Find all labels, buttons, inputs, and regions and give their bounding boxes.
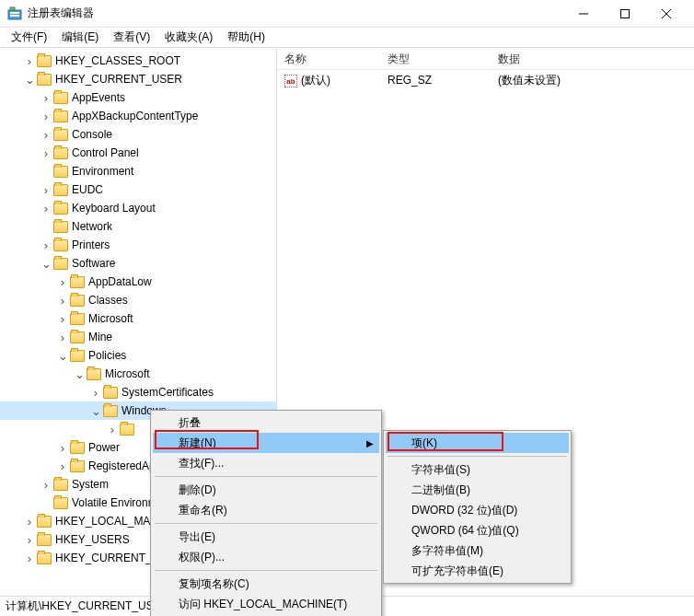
menu-view[interactable]: 查看(V) (106, 28, 157, 47)
statusbar-path: 计算机\HKEY_CURRENT_US (6, 599, 154, 614)
chevron-right-icon[interactable]: › (55, 331, 70, 343)
ctx-new[interactable]: 新建(N)▶ (153, 433, 379, 453)
folder-icon (70, 276, 85, 288)
chevron-right-icon[interactable]: › (22, 55, 37, 67)
ctx-goto-hklm[interactable]: 访问 HKEY_LOCAL_MACHINE(T) (153, 594, 379, 614)
svg-rect-5 (620, 9, 629, 17)
chevron-down-icon[interactable]: ⌄ (55, 350, 70, 362)
tree-item[interactable]: ›Microsoft (0, 309, 276, 328)
tree-item-label: Microsoft (88, 312, 133, 325)
chevron-right-icon[interactable]: › (39, 184, 53, 196)
tree-item-label: HKEY_CLASSES_ROOT (55, 54, 180, 67)
tree-item[interactable]: ›HKEY_CLASSES_ROOT (0, 52, 276, 70)
tree-item[interactable]: ›Keyboard Layout (0, 199, 276, 217)
chevron-down-icon[interactable]: ⌄ (88, 405, 103, 417)
sub-multi[interactable]: 多字符串值(M) (386, 540, 569, 561)
sub-string[interactable]: 字符串值(S) (386, 459, 569, 480)
ctx-rename[interactable]: 重命名(R) (153, 500, 379, 520)
ctx-copy-key-name[interactable]: 复制项名称(C) (153, 574, 379, 594)
chevron-right-icon[interactable]: › (55, 460, 70, 472)
tree-item[interactable]: ›AppEvents (0, 88, 276, 107)
sub-key[interactable]: 项(K) (386, 433, 569, 453)
chevron-right-icon[interactable]: › (22, 552, 37, 564)
app-icon (7, 6, 22, 21)
chevron-right-icon[interactable]: › (22, 534, 37, 546)
maximize-button[interactable] (604, 0, 645, 28)
window-title: 注册表编辑器 (28, 6, 562, 21)
chevron-right-icon[interactable]: › (55, 276, 70, 288)
tree-item[interactable]: ›Classes (0, 291, 276, 309)
tree-item[interactable]: ⌄HKEY_CURRENT_USER (0, 70, 276, 88)
close-button[interactable] (645, 0, 687, 28)
chevron-right-icon[interactable]: › (39, 479, 53, 491)
menu-edit[interactable]: 编辑(E) (54, 28, 106, 47)
folder-icon (37, 516, 52, 528)
chevron-down-icon[interactable]: ⌄ (72, 368, 87, 380)
chevron-right-icon[interactable]: › (22, 516, 37, 528)
separator (387, 456, 567, 457)
folder-icon (70, 331, 85, 343)
folder-icon (53, 166, 68, 178)
chevron-right-icon[interactable]: › (39, 203, 53, 215)
ctx-export[interactable]: 导出(E) (153, 527, 379, 547)
col-type[interactable]: 类型 (380, 48, 491, 69)
col-name[interactable]: 名称 (277, 48, 380, 69)
chevron-right-icon[interactable]: › (39, 110, 53, 122)
tree-item-label: System (72, 478, 109, 491)
tree-item[interactable]: Environment (0, 162, 276, 180)
chevron-right-icon[interactable]: › (55, 295, 70, 307)
sub-qword[interactable]: QWORD (64 位)值(Q) (386, 520, 569, 540)
tree-item-label: AppXBackupContentType (72, 110, 198, 122)
col-data[interactable]: 数据 (491, 48, 694, 69)
ctx-collapse[interactable]: 折叠 (153, 413, 379, 433)
folder-icon (37, 74, 52, 86)
chevron-right-icon[interactable]: › (39, 129, 53, 141)
chevron-right-icon[interactable]: › (105, 424, 120, 436)
list-header: 名称 类型 数据 (277, 48, 694, 70)
tree-item[interactable]: ⌄Microsoft (0, 365, 276, 383)
chevron-right-icon[interactable]: › (39, 239, 53, 251)
tree-item[interactable]: ›AppDataLow (0, 273, 276, 291)
chevron-right-icon[interactable]: › (55, 442, 70, 454)
chevron-right-icon[interactable]: › (88, 387, 103, 399)
chevron-right-icon[interactable]: › (55, 313, 70, 325)
tree-item-label: Power (88, 441, 120, 454)
tree-item[interactable]: ›Mine (0, 328, 276, 346)
menu-favorites[interactable]: 收藏夹(A) (157, 28, 220, 47)
ctx-permissions[interactable]: 权限(P)... (153, 547, 379, 567)
sub-binary[interactable]: 二进制值(B) (386, 480, 569, 500)
tree-item[interactable]: ⌄Policies (0, 346, 276, 365)
menu-file[interactable]: 文件(F) (4, 28, 54, 47)
minimize-button[interactable] (562, 0, 604, 28)
tree-item[interactable]: ›SystemCertificates (0, 383, 276, 401)
tree-item-label: Microsoft (105, 367, 150, 380)
sub-expand[interactable]: 可扩充字符串值(E) (386, 561, 569, 581)
folder-icon (53, 147, 68, 159)
chevron-down-icon[interactable]: ⌄ (39, 258, 53, 270)
folder-icon (70, 460, 85, 472)
tree-item[interactable]: ›Control Panel (0, 144, 276, 162)
tree-item-label: AppDataLow (88, 275, 152, 288)
folder-icon (53, 184, 68, 196)
tree-item[interactable]: ›Printers (0, 236, 276, 254)
chevron-right-icon[interactable]: › (39, 147, 53, 159)
menu-help[interactable]: 帮助(H) (220, 28, 272, 47)
list-row[interactable]: ab(默认) REG_SZ (数值未设置) (277, 70, 694, 90)
chevron-down-icon[interactable]: ⌄ (22, 74, 37, 86)
tree-item[interactable]: ›EUDC (0, 180, 276, 199)
tree-item[interactable]: Network (0, 217, 276, 236)
cell-data: (数值未设置) (491, 71, 694, 90)
chevron-right-icon[interactable]: › (39, 92, 53, 104)
separator (155, 570, 377, 571)
submenu-arrow-icon: ▶ (366, 438, 374, 448)
ctx-delete[interactable]: 删除(D) (153, 480, 379, 500)
sub-dword[interactable]: DWORD (32 位)值(D) (386, 500, 569, 520)
ctx-find[interactable]: 查找(F)... (153, 453, 379, 473)
tree-item[interactable]: ›AppXBackupContentType (0, 107, 276, 125)
folder-icon (53, 203, 68, 215)
menubar: 文件(F) 编辑(E) 查看(V) 收藏夹(A) 帮助(H) (0, 28, 694, 48)
folder-icon (70, 350, 85, 362)
folder-icon (53, 239, 68, 251)
tree-item[interactable]: ›Console (0, 125, 276, 144)
tree-item[interactable]: ⌄Software (0, 254, 276, 273)
